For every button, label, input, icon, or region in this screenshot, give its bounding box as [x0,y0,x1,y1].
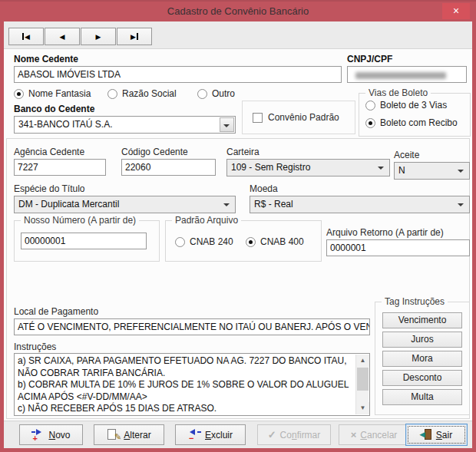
tag-vencimento-button[interactable]: Vencimento [382,312,462,328]
nav-first-button[interactable]: ◀ [8,28,44,45]
vias-de-boleto-label: Vias de Boleto [365,87,431,98]
cancelar-label: Cancelar [360,430,397,440]
radio-selected-icon [14,89,24,99]
convenio-padrao-checkbox[interactable] [253,113,263,123]
first-bar-icon [22,33,24,40]
radio-selected-icon [365,118,375,128]
exit-door-icon: ◀ [421,429,432,440]
tag-instrucoes-label: Tag Instruções [382,296,448,307]
aceite-select[interactable]: N [394,162,470,180]
local-pagamento-label: Local de Pagamento [14,306,98,317]
nome-fantasia-radio[interactable]: Nome Fantasia [14,88,91,99]
excluir-button[interactable]: − Excluir [175,424,246,445]
excluir-label: Excluir [205,430,233,440]
codigo-cedente-input[interactable]: 22060 [121,159,216,176]
scroll-up-icon: ▲ [360,357,366,364]
instrucoes-textarea[interactable]: a) SR CAIXA, PARA PAGAMENTO EFETUADO NA … [14,353,370,416]
arquivo-retorno-label: Arquivo Retorno (A partir de) [326,227,444,238]
boleto-3-vias-radio[interactable]: Boleto de 3 Vias [365,100,447,111]
agencia-cedente-label: Agência Cedente [14,147,84,157]
cnpj-cpf-label: CNPJ/CPF [347,54,392,64]
cnab-240-label: CNAB 240 [190,236,233,247]
scroll-up-button[interactable]: ▲ [356,355,369,367]
confirmar-label: Confirmar [280,430,321,440]
edit-icon: ✎ [107,429,120,440]
scroll-down-button[interactable]: ▼ [356,402,369,414]
prev-record-icon: ◀ [60,33,65,41]
scrollbar-thumb[interactable] [357,368,369,391]
moeda-select[interactable]: R$ - Real [250,196,470,213]
outro-radio[interactable]: Outro [197,88,235,99]
alterar-label: Alterar [124,430,150,440]
last-bar-icon [137,33,138,40]
sair-button[interactable]: ◀ Sair [405,424,468,446]
nome-cedente-label: Nome Cedente [14,54,78,64]
aceite-label: Aceite [394,150,419,160]
cnab-400-radio[interactable]: CNAB 400 [246,236,304,247]
outro-label: Outro [212,88,235,99]
razao-social-radio[interactable]: Razão Social [107,88,177,99]
banco-cedente-select[interactable]: 341-BANCO ITAÚ S.A. [14,116,236,134]
radio-icon [107,89,117,99]
close-icon: × [453,5,459,17]
padrao-arquivo-group: Padrão Arquivo CNAB 240 CNAB 400 [165,220,322,262]
nosso-numero-label: Nosso Número (A partir de) [21,215,139,226]
chevron-down-icon [223,203,230,206]
boleto-com-recibo-label: Boleto com Recibo [380,117,458,128]
nav-last-button[interactable]: ▶ [117,28,152,45]
tag-juros-button[interactable]: Juros [382,332,462,348]
form-body: Nome Cedente ABASOL IMÓVEIS LTDA CNPJ/CP… [4,49,472,421]
tag-desconto-button[interactable]: Desconto [382,370,462,386]
tag-instrucoes-group: Tag Instruções Vencimento Juros Mora Des… [375,302,470,415]
banco-cedente-value: 341-BANCO ITAÚ S.A. [18,119,112,130]
novo-label: Novo [48,430,70,440]
next-record-icon: ▶ [96,33,101,41]
moeda-value: R$ - Real [254,199,293,210]
dropdown-button[interactable] [220,117,234,132]
radio-icon [197,89,207,99]
nome-cedente-input[interactable]: ABASOL IMÓVEIS LTDA [14,66,342,83]
boleto-3-vias-label: Boleto de 3 Vias [380,100,447,111]
first-record-icon: ◀ [25,33,30,41]
agencia-cedente-input[interactable]: 7227 [14,159,106,176]
nosso-numero-group: Nosso Número (A partir de) 00000001 [14,220,160,262]
scroll-down-icon: ▼ [360,404,366,411]
cnpj-cpf-input[interactable] [347,66,467,83]
last-record-icon: ▶ [131,33,136,41]
especie-titulo-select[interactable]: DM - Duplicata Mercantil [14,196,236,213]
new-record-icon: + [31,429,45,440]
especie-titulo-label: Espécie do Título [14,183,85,194]
boleto-com-recibo-radio[interactable]: Boleto com Recibo [365,117,458,128]
cnab-400-label: CNAB 400 [260,236,304,247]
close-button[interactable]: × [442,3,470,19]
nav-prev-button[interactable]: ◀ [45,28,80,45]
nosso-numero-input[interactable]: 00000001 [21,233,147,249]
vertical-scrollbar[interactable]: ▲ ▼ [355,355,369,414]
alterar-button[interactable]: ✎ Alterar [94,424,164,445]
tag-mora-button[interactable]: Mora [382,351,462,367]
action-button-bar: + Novo ✎ Alterar − Excluir ✓ Confirmar ×… [4,421,472,448]
cancelar-button: × Cancelar [339,424,409,445]
especie-titulo-value: DM - Duplicata Mercantil [18,199,119,210]
delete-record-icon: − [188,429,201,440]
arquivo-retorno-input[interactable]: 0000001 [326,239,470,256]
cnab-240-radio[interactable]: CNAB 240 [175,236,233,247]
chevron-down-icon [378,167,384,170]
nome-fantasia-label: Nome Fantasia [28,88,91,99]
radio-icon [365,101,375,111]
carteira-value: 109 - Sem Registro [231,162,310,173]
nav-next-button[interactable]: ▶ [81,28,116,45]
local-pagamento-input[interactable]: ATÉ O VENCIMENTO, PREFERENCIALMENTE NO I… [14,318,370,335]
confirmar-button: ✓ Confirmar [257,424,331,445]
vias-de-boleto-group: Vias de Boleto Boleto de 3 Vias Boleto c… [359,93,471,137]
dialog-title: Cadastro de Convênio Bancário [0,2,476,21]
carteira-select[interactable]: 109 - Sem Registro [226,159,390,177]
convenio-padrao-box: Convênio Padrão [242,101,355,134]
titlebar: Cadastro de Convênio Bancário × [0,0,476,20]
novo-button[interactable]: + Novo [19,424,83,445]
radio-icon [175,237,185,247]
sair-label: Sair [436,430,452,440]
chevron-down-icon [458,203,464,206]
tag-multa-button[interactable]: Multa [382,389,462,405]
padrao-arquivo-label: Padrão Arquivo [172,215,241,226]
